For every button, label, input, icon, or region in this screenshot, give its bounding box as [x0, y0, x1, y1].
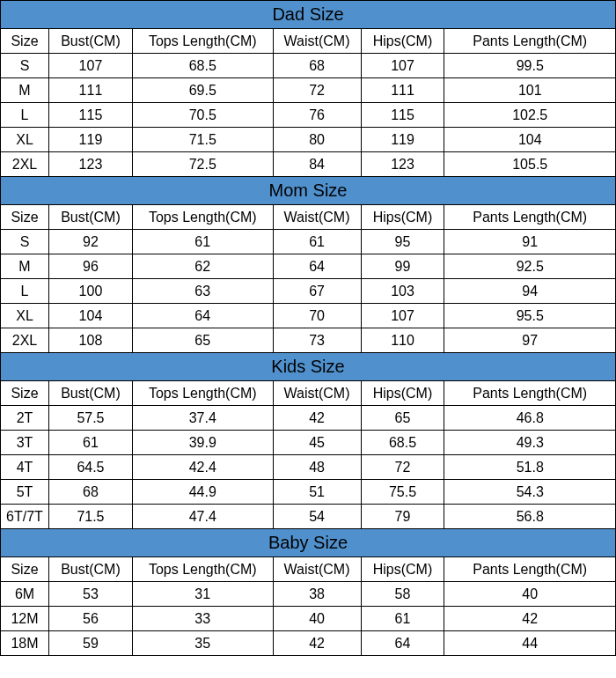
- cell-tops: 68.5: [132, 54, 273, 78]
- table-row: S10768.56810799.5: [1, 54, 616, 78]
- column-header-bust: Bust(CM): [48, 557, 132, 582]
- table-row: M9662649992.5: [1, 254, 616, 279]
- cell-pants: 99.5: [444, 54, 616, 78]
- cell-bust: 59: [48, 631, 132, 656]
- cell-hips: 72: [361, 455, 444, 480]
- cell-size: 2XL: [1, 152, 49, 177]
- cell-pants: 49.3: [444, 431, 616, 455]
- cell-size: S: [1, 230, 49, 254]
- table-row: 2XL108657311097: [1, 328, 616, 353]
- column-header-waist: Waist(CM): [273, 29, 361, 54]
- cell-waist: 45: [273, 431, 361, 455]
- cell-hips: 65: [361, 406, 444, 431]
- cell-pants: 54.3: [444, 480, 616, 505]
- cell-waist: 72: [273, 78, 361, 103]
- cell-pants: 51.8: [444, 455, 616, 480]
- cell-waist: 70: [273, 304, 361, 328]
- column-header-hips: Hips(CM): [361, 557, 444, 582]
- cell-tops: 70.5: [132, 103, 273, 128]
- cell-bust: 92: [48, 230, 132, 254]
- cell-pants: 97: [444, 328, 616, 353]
- section-title: Mom Size: [1, 177, 616, 205]
- cell-waist: 42: [273, 406, 361, 431]
- column-header-tops-length: Tops Length(CM): [132, 205, 273, 230]
- cell-bust: 119: [48, 128, 132, 152]
- cell-tops: 61: [132, 230, 273, 254]
- cell-pants: 94: [444, 279, 616, 304]
- cell-hips: 68.5: [361, 431, 444, 455]
- cell-hips: 79: [361, 505, 444, 529]
- cell-bust: 56: [48, 607, 132, 631]
- cell-waist: 40: [273, 607, 361, 631]
- cell-bust: 123: [48, 152, 132, 177]
- column-header-tops-length: Tops Length(CM): [132, 557, 273, 582]
- cell-pants: 40: [444, 582, 616, 607]
- cell-hips: 115: [361, 103, 444, 128]
- cell-tops: 65: [132, 328, 273, 353]
- cell-tops: 62: [132, 254, 273, 279]
- cell-waist: 76: [273, 103, 361, 128]
- column-header-tops-length: Tops Length(CM): [132, 29, 273, 54]
- cell-size: 3T: [1, 431, 49, 455]
- cell-size: 2T: [1, 406, 49, 431]
- cell-bust: 53: [48, 582, 132, 607]
- cell-waist: 80: [273, 128, 361, 152]
- cell-hips: 64: [361, 631, 444, 656]
- cell-waist: 54: [273, 505, 361, 529]
- table-row: 2XL12372.584123105.5: [1, 152, 616, 177]
- cell-bust: 115: [48, 103, 132, 128]
- table-row: M11169.572111101: [1, 78, 616, 103]
- table-row: 6T/7T71.547.4547956.8: [1, 505, 616, 529]
- cell-pants: 42: [444, 607, 616, 631]
- cell-pants: 56.8: [444, 505, 616, 529]
- cell-waist: 38: [273, 582, 361, 607]
- cell-pants: 95.5: [444, 304, 616, 328]
- table-row: 6M5331385840: [1, 582, 616, 607]
- cell-tops: 33: [132, 607, 273, 631]
- column-header-tops-length: Tops Length(CM): [132, 381, 273, 406]
- column-header-bust: Bust(CM): [48, 205, 132, 230]
- column-header-size: Size: [1, 205, 49, 230]
- column-header-pants-length: Pants Length(CM): [444, 381, 616, 406]
- cell-hips: 103: [361, 279, 444, 304]
- table-row: L11570.576115102.5: [1, 103, 616, 128]
- cell-bust: 71.5: [48, 505, 132, 529]
- cell-pants: 102.5: [444, 103, 616, 128]
- cell-hips: 111: [361, 78, 444, 103]
- section-title: Dad Size: [1, 1, 616, 29]
- cell-waist: 84: [273, 152, 361, 177]
- column-header-waist: Waist(CM): [273, 205, 361, 230]
- cell-tops: 44.9: [132, 480, 273, 505]
- section-title: Kids Size: [1, 353, 616, 381]
- cell-pants: 91: [444, 230, 616, 254]
- cell-bust: 107: [48, 54, 132, 78]
- cell-size: L: [1, 279, 49, 304]
- column-header-size: Size: [1, 381, 49, 406]
- column-header-size: Size: [1, 557, 49, 582]
- cell-tops: 35: [132, 631, 273, 656]
- cell-size: 6T/7T: [1, 505, 49, 529]
- table-row: 4T64.542.4487251.8: [1, 455, 616, 480]
- cell-bust: 68: [48, 480, 132, 505]
- cell-tops: 72.5: [132, 152, 273, 177]
- cell-hips: 107: [361, 304, 444, 328]
- cell-tops: 71.5: [132, 128, 273, 152]
- table-row: 18M5935426444: [1, 631, 616, 656]
- column-header-hips: Hips(CM): [361, 29, 444, 54]
- cell-waist: 64: [273, 254, 361, 279]
- cell-pants: 104: [444, 128, 616, 152]
- cell-size: S: [1, 54, 49, 78]
- cell-waist: 51: [273, 480, 361, 505]
- section-title: Baby Size: [1, 529, 616, 557]
- cell-bust: 96: [48, 254, 132, 279]
- cell-pants: 46.8: [444, 406, 616, 431]
- cell-waist: 73: [273, 328, 361, 353]
- table-row: 2T57.537.4426546.8: [1, 406, 616, 431]
- column-header-waist: Waist(CM): [273, 381, 361, 406]
- cell-bust: 61: [48, 431, 132, 455]
- table-row: XL11971.580119104: [1, 128, 616, 152]
- cell-pants: 44: [444, 631, 616, 656]
- cell-pants: 92.5: [444, 254, 616, 279]
- cell-size: 5T: [1, 480, 49, 505]
- cell-tops: 47.4: [132, 505, 273, 529]
